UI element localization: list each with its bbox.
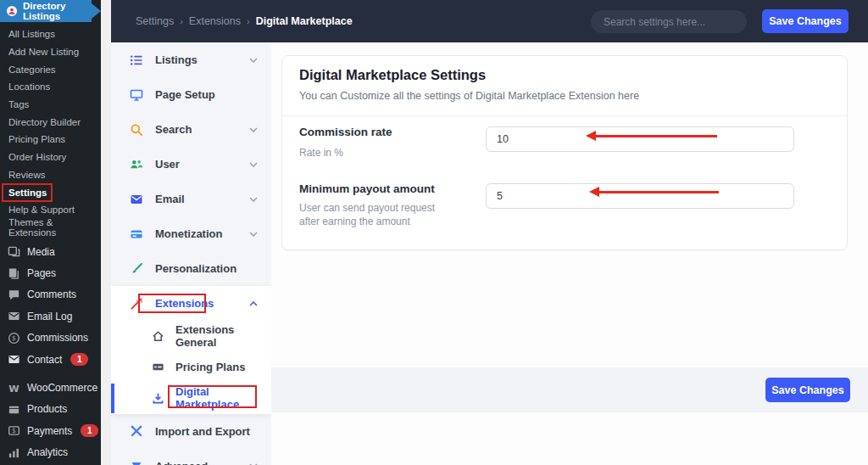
breadcrumb-extensions[interactable]: Extensions xyxy=(189,15,241,27)
sidebar-item-email-log[interactable]: Email Log xyxy=(0,305,101,327)
chevron-down-icon xyxy=(249,58,258,63)
nav-item-pricing-plans[interactable]: Pricing Plans xyxy=(111,352,271,384)
card-divider xyxy=(282,115,847,116)
monitor-icon xyxy=(129,87,143,102)
plugin-topbar: Settings › Extensions › Digital Marketpl… xyxy=(111,0,868,42)
sidebar-item-commissions[interactable]: $ Commissions xyxy=(0,328,101,349)
search-icon xyxy=(129,122,143,137)
sidebar-item-directory-builder[interactable]: Directory Builder xyxy=(0,113,101,131)
sidebar-item-themes-extensions[interactable]: Themes & Extensions xyxy=(0,219,101,237)
credit-card-icon xyxy=(129,227,143,241)
commission-rate-description: Rate in % xyxy=(299,146,456,160)
chevron-up-icon xyxy=(249,301,258,306)
menu-label: Media xyxy=(27,246,55,258)
nav-item-monetization[interactable]: Monetization xyxy=(111,216,271,251)
menu-label: Products xyxy=(27,403,67,415)
wp-content-gap xyxy=(101,0,111,465)
wp-admin-sidebar: Directory Listings All Listings Add New … xyxy=(0,0,101,465)
comment-icon xyxy=(8,289,20,301)
nav-label: Extensions General xyxy=(175,323,258,349)
sidebar-item-help-support[interactable]: Help & Support xyxy=(0,201,101,219)
nav-item-email[interactable]: Email xyxy=(111,182,271,216)
chevron-down-icon xyxy=(249,197,258,202)
nav-item-page-setup[interactable]: Page Setup xyxy=(111,77,271,112)
svg-text:$: $ xyxy=(12,334,16,342)
nav-item-digital-marketplace[interactable]: Digital Marketplace xyxy=(111,383,271,414)
extensions-group: Extensions Extensions General Pricing Pl… xyxy=(111,286,271,414)
sidebar-item-order-history[interactable]: Order History xyxy=(0,148,101,166)
sidebar-item-pages[interactable]: Pages xyxy=(0,262,101,283)
minimum-payout-input[interactable] xyxy=(486,183,794,209)
nav-item-import-export[interactable]: Import and Export xyxy=(111,414,271,449)
sidebar-item-products[interactable]: Products xyxy=(0,399,101,420)
commission-rate-input[interactable] xyxy=(486,126,794,152)
nav-label: Search xyxy=(155,123,192,136)
svg-text:$: $ xyxy=(12,428,16,435)
nav-item-personalization[interactable]: Personalization xyxy=(111,251,271,286)
sidebar-item-comments[interactable]: Comments xyxy=(0,284,101,305)
menu-label: Contact xyxy=(27,354,62,366)
save-changes-button-bottom[interactable]: Save Changes xyxy=(765,378,850,402)
sidebar-item-analytics[interactable]: Analytics xyxy=(0,442,101,463)
sidebar-item-categories[interactable]: Categories xyxy=(0,60,101,78)
breadcrumb-current-page: Digital Marketplace xyxy=(256,15,353,27)
footer-actions-bar: Save Changes xyxy=(271,367,868,412)
triangle-down-icon xyxy=(129,459,143,465)
home-icon xyxy=(151,329,164,343)
sidebar-item-woocommerce[interactable]: W WooCommerce xyxy=(0,377,101,398)
sidebar-item-add-new-listing[interactable]: Add New Listing xyxy=(0,43,101,61)
page-title: Digital Marketplace Settings xyxy=(299,67,486,83)
menu-label: Analytics xyxy=(27,446,68,458)
commission-rate-label: Commission rate xyxy=(299,126,392,138)
sidebar-item-reviews[interactable]: Reviews xyxy=(0,166,101,184)
sidebar-item-payments[interactable]: $ Payments 1 xyxy=(0,420,101,441)
sidebar-item-pricing-plans[interactable]: Pricing Plans xyxy=(0,131,101,148)
minimum-payout-label: Minimum payout amount xyxy=(299,182,435,195)
menu-label: WooCommerce xyxy=(27,382,97,394)
nav-item-extensions[interactable]: Extensions xyxy=(111,286,271,321)
box-icon xyxy=(8,403,20,416)
menu-label: Commissions xyxy=(27,332,88,344)
menu-separator xyxy=(0,370,101,377)
breadcrumb-settings[interactable]: Settings xyxy=(136,15,174,27)
download-icon xyxy=(151,391,164,405)
sidebar-item-label: Directory Listings xyxy=(23,1,92,21)
nav-item-extensions-general[interactable]: Extensions General xyxy=(111,321,271,352)
nav-item-user[interactable]: User xyxy=(111,147,271,182)
breadcrumb-separator-icon: › xyxy=(180,16,183,26)
search-input[interactable] xyxy=(591,10,747,33)
payments-count-badge: 1 xyxy=(81,424,98,437)
menu-label: Email Log xyxy=(27,311,72,322)
dollar-card-icon: $ xyxy=(8,424,20,437)
menu-label: Payments xyxy=(27,425,72,437)
nav-item-search[interactable]: Search xyxy=(111,112,271,147)
nav-item-listings[interactable]: Listings xyxy=(111,42,271,77)
sidebar-item-media[interactable]: Media xyxy=(0,241,101,262)
nav-label: Digital Marketplace xyxy=(175,385,258,411)
nav-label: Monetization xyxy=(155,227,222,240)
nav-label: User xyxy=(155,158,180,171)
page-subtitle: You can Customize all the settings of Di… xyxy=(299,90,639,102)
main-content: Digital Marketplace Settings You can Cus… xyxy=(271,42,868,465)
chevron-down-icon xyxy=(249,232,258,237)
envelope-icon xyxy=(129,192,143,206)
nav-item-advanced[interactable]: Advanced xyxy=(111,449,271,465)
nav-label: Email xyxy=(155,193,185,205)
save-changes-button-top[interactable]: Save Changes xyxy=(762,9,849,33)
active-indicator-bar xyxy=(111,384,114,413)
sidebar-item-tags[interactable]: Tags xyxy=(0,96,101,114)
current-menu-arrow-icon xyxy=(92,3,101,19)
sidebar-item-contact[interactable]: Contact 1 xyxy=(0,349,101,370)
nav-label: Extensions xyxy=(155,297,214,310)
banknote-icon xyxy=(151,361,164,374)
nav-label: Pricing Plans xyxy=(175,361,245,373)
envelope-open-icon xyxy=(8,310,20,322)
sidebar-item-locations[interactable]: Locations xyxy=(0,78,101,96)
breadcrumb-separator-icon: › xyxy=(247,16,250,26)
magic-wand-icon xyxy=(129,296,143,311)
nav-label: Import and Export xyxy=(155,425,250,438)
sidebar-item-directory-listings[interactable]: Directory Listings xyxy=(0,0,92,22)
breadcrumb: Settings › Extensions › Digital Marketpl… xyxy=(136,0,353,42)
sidebar-item-all-listings[interactable]: All Listings xyxy=(0,25,101,43)
sidebar-item-settings[interactable]: Settings xyxy=(0,183,101,201)
